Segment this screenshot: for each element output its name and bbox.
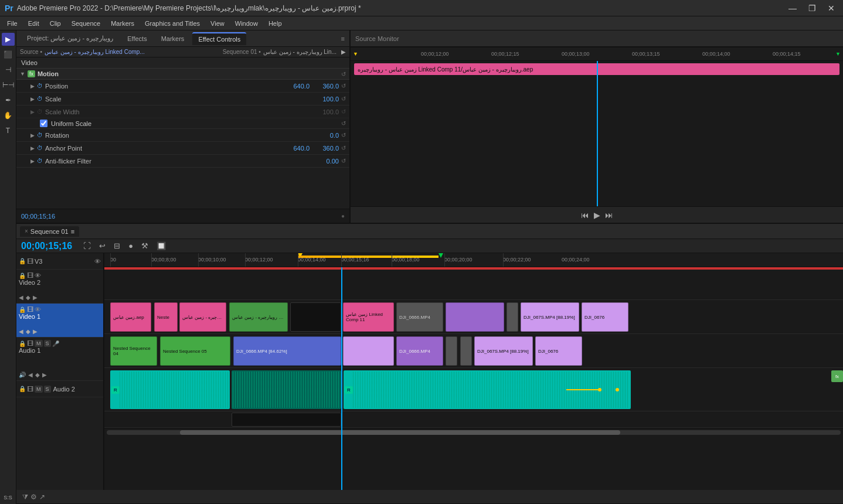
minimize-button[interactable]: — <box>785 2 800 14</box>
a2-s-button[interactable]: S <box>44 386 51 393</box>
anti-flicker-value[interactable]: 0.00 <box>310 158 339 165</box>
a2-m-button[interactable]: M <box>35 386 43 393</box>
menu-window[interactable]: Window <box>230 19 263 28</box>
sequence-01-tab[interactable]: × Sequence 01 ≡ <box>20 226 79 237</box>
v3-lock-icon[interactable]: 🔒 <box>19 258 26 264</box>
scale-clock-icon[interactable]: ⏱ <box>37 96 43 102</box>
selection-tool[interactable]: ▶ <box>2 33 15 46</box>
a1-clip-2[interactable]: R <box>344 370 631 409</box>
v2-add-kf-button[interactable]: ◆ <box>26 294 30 301</box>
v2-clip-2[interactable]: Neste <box>154 302 178 332</box>
scale-width-reset-button[interactable]: ↺ <box>341 108 346 115</box>
menu-clip[interactable]: Clip <box>45 19 66 28</box>
maximize-button[interactable]: ❐ <box>805 2 820 14</box>
v1-prev-kf-button[interactable]: ◀ <box>19 328 23 335</box>
ripple-edit-tool[interactable]: ⊣ <box>2 63 15 76</box>
v2-eye-icon[interactable]: 👁 <box>35 272 41 279</box>
pen-tool[interactable]: ✒ <box>2 94 15 107</box>
v1-clip-nseq05[interactable]: Nested Sequence 05 <box>160 336 230 366</box>
menu-markers[interactable]: Markers <box>106 19 139 28</box>
v2-clip-5[interactable]: زمین عباس Linked Comp 11 <box>343 302 394 332</box>
v2-clip-dji2[interactable] <box>507 302 518 332</box>
timeline-record-button[interactable]: ● <box>127 240 135 251</box>
menu-file[interactable]: File <box>2 19 22 28</box>
v2-clip-dji667[interactable]: DJI_067S.MP4 [88.19%] <box>521 302 579 332</box>
position-y-value[interactable]: 360.0 <box>310 83 339 90</box>
close-button[interactable]: ✕ <box>824 2 838 14</box>
v1-clip-dji676[interactable]: DJI_0676 <box>535 336 582 366</box>
a2-clip-silent[interactable] <box>232 413 341 427</box>
v2-clip-purple[interactable] <box>446 302 504 332</box>
v2-prev-kf-button[interactable]: ◀ <box>19 294 23 301</box>
hand-tool[interactable]: ✋ <box>2 109 15 122</box>
anchor-y-value[interactable]: 360.0 <box>310 145 339 152</box>
timeline-wrench-button[interactable]: ⚒ <box>140 240 150 251</box>
position-x-value[interactable]: 640.0 <box>280 83 310 90</box>
seq-tab-menu-icon[interactable]: ≡ <box>71 228 74 235</box>
a1-clip-selected[interactable] <box>232 370 341 409</box>
timeline-content[interactable]: 00 00;00;8;00 00;00;10;00 00;00;12;00 00… <box>104 253 843 490</box>
menu-help[interactable]: Help <box>264 19 287 28</box>
timeline-filter-icon[interactable]: ⧩ <box>22 493 28 501</box>
v1-clip-gray1[interactable] <box>446 336 457 366</box>
v1-lock-icon[interactable]: 🔒 <box>19 307 26 313</box>
uniform-scale-reset-button[interactable]: ↺ <box>341 120 346 127</box>
source-name[interactable]: رویبارچیرە - زمین عباس Linked Comp... <box>45 49 220 55</box>
track-select-tool[interactable]: ⬛ <box>2 48 15 61</box>
source-step-fwd-button[interactable]: ⏭ <box>605 210 613 220</box>
timeline-settings-icon[interactable]: ⚙ <box>30 493 37 501</box>
v2-clip-3[interactable]: رویبارچیرە - زمین عباس Linked C <box>179 302 226 332</box>
menu-sequence[interactable]: Sequence <box>67 19 106 28</box>
a1-prev-kf-button[interactable]: ◀ <box>28 372 33 378</box>
scale-value[interactable]: 100.0 <box>310 96 339 103</box>
timeline-scrollbar-track[interactable] <box>107 430 841 435</box>
tab-markers[interactable]: Markers <box>155 33 191 45</box>
v2-next-kf-button[interactable]: ▶ <box>33 294 38 301</box>
v1-clip-pink[interactable] <box>343 336 394 366</box>
anti-flicker-clock-icon[interactable]: ⏱ <box>37 158 43 164</box>
anchor-x-value[interactable]: 640.0 <box>280 145 310 152</box>
motion-section-header[interactable]: ▼ fx Motion ↺ <box>16 69 349 80</box>
v2-clip-dji666[interactable]: DJI_0666.MP4 <box>396 302 443 332</box>
rolling-edit-tool[interactable]: ⊢⊣ <box>2 79 15 91</box>
timeline-undo-button[interactable]: ↩ <box>97 240 107 251</box>
a1-add-kf-button[interactable]: ◆ <box>35 372 40 378</box>
motion-reset-button[interactable]: ↺ <box>341 71 346 77</box>
ec-play-button[interactable]: ▶ <box>341 49 346 55</box>
a1-next-kf-button[interactable]: ▶ <box>42 372 47 378</box>
position-clock-icon[interactable]: ⏱ <box>37 83 43 89</box>
seq-tab-close-icon[interactable]: × <box>25 228 28 234</box>
timeline-insert-button[interactable]: ⊟ <box>112 240 122 251</box>
timeline-timecode[interactable]: 00;00;15;16 <box>21 241 72 251</box>
type-tool[interactable]: T <box>2 124 15 137</box>
menu-edit[interactable]: Edit <box>23 19 44 28</box>
position-reset-button[interactable]: ↺ <box>341 83 346 89</box>
v2-clip-1[interactable]: زمین عباس.aep <box>110 302 151 332</box>
uniform-scale-checkbox[interactable] <box>40 120 47 127</box>
v1-clip-nseq04[interactable]: Nested Sequence 04 <box>110 336 157 366</box>
tab-effect-controls[interactable]: Effect Controls <box>192 32 246 45</box>
anchor-reset-button[interactable]: ↺ <box>341 145 346 151</box>
timeline-captions-button[interactable]: 🔲 <box>155 240 168 251</box>
v2-clip-black[interactable] <box>290 302 341 332</box>
v3-eye-icon[interactable]: 👁 <box>94 258 101 265</box>
panel-menu-icon[interactable]: ≡ <box>341 35 345 42</box>
timeline-export-icon[interactable]: ↗ <box>39 493 45 501</box>
tab-project[interactable]: Project: رویبارچیرە - زمین عباس <box>21 32 119 45</box>
rotation-value[interactable]: 0.0 <box>310 132 339 139</box>
tab-effects[interactable]: Effects <box>121 33 152 45</box>
a1-clip-1[interactable]: R <box>110 370 230 409</box>
timeline-scrollbar-thumb[interactable] <box>180 430 620 435</box>
a1-s-button[interactable]: S <box>44 340 51 347</box>
v1-clip-dji666b[interactable]: DJI_0666.MP4 <box>396 336 443 366</box>
a1-mic-icon[interactable]: 🎤 <box>52 340 59 347</box>
v1-clip-dji667[interactable]: DJI_067S.MP4 [88.19%] <box>474 336 533 366</box>
a1-m-button[interactable]: M <box>35 340 43 347</box>
v1-add-kf-button[interactable]: ◆ <box>26 328 30 335</box>
v2-lock-icon[interactable]: 🔒 <box>19 273 26 279</box>
v2-clip-4[interactable]: رویبارچیرە - زمین عباس Linked Comp 11 <box>229 302 288 332</box>
a2-lock-icon[interactable]: 🔒 <box>19 386 26 392</box>
timeline-snap-button[interactable]: ⛶ <box>81 240 93 251</box>
anti-flicker-reset-button[interactable]: ↺ <box>341 158 346 164</box>
window-controls[interactable]: — ❐ ✕ <box>785 2 838 14</box>
